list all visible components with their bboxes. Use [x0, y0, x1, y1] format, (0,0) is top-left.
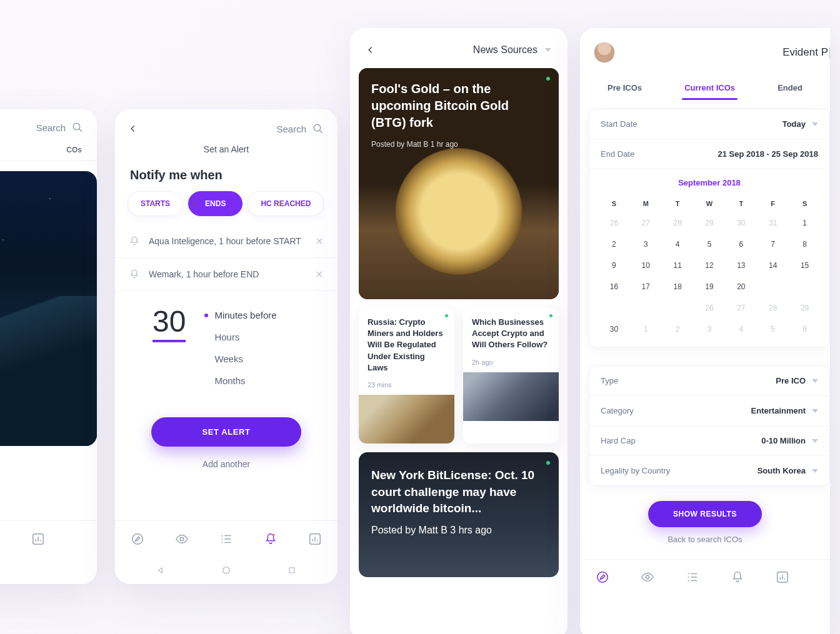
add-another-link[interactable]: Add another [115, 459, 338, 469]
remove-icon[interactable] [315, 270, 324, 279]
tab-partial[interactable]: COs [66, 146, 82, 154]
start-date-row[interactable]: Start Date Today [589, 109, 829, 139]
calendar-day[interactable]: 7 [757, 234, 789, 255]
calendar-day[interactable]: 22 [789, 276, 821, 297]
calendar-day[interactable]: 30 [598, 319, 630, 340]
unit-minutes[interactable]: Minutes before [204, 310, 276, 320]
calendar-day[interactable]: 4 [662, 234, 694, 255]
calendar-day[interactable]: 23 [598, 297, 630, 319]
calendar-day[interactable]: 31 [757, 212, 789, 234]
calendar-day[interactable]: 8 [789, 234, 821, 255]
tab-current-icos[interactable]: Current ICOs [682, 78, 738, 100]
calendar-day[interactable]: 21 [757, 276, 789, 297]
search-input[interactable]: Evident P [782, 46, 830, 59]
calendar-day[interactable]: 2 [662, 319, 694, 340]
back-icon[interactable] [366, 43, 375, 57]
end-date-row[interactable]: End Date 21 Sep 2018 - 25 Sep 2018 [589, 139, 829, 169]
svg-marker-32 [812, 122, 818, 126]
show-results-button[interactable]: SHOW RESULTS [648, 501, 762, 527]
calendar-day[interactable]: 26 [598, 212, 630, 234]
calendar-day[interactable]: 29 [789, 297, 821, 319]
calendar-day[interactable]: 25 [662, 297, 694, 319]
stats-tab-icon[interactable] [308, 532, 322, 546]
filter-row[interactable]: Hard Cap0-10 Million [589, 426, 829, 456]
news-sources-dropdown[interactable]: News Sources [473, 44, 551, 56]
calendar-day[interactable]: 14 [757, 255, 789, 276]
tab-ended[interactable]: Ended [775, 78, 805, 100]
explore-tab-icon[interactable] [596, 570, 609, 584]
home-circle-icon[interactable] [221, 565, 231, 575]
calendar-day[interactable]: 1 [630, 319, 662, 340]
calendar-day[interactable]: 3 [694, 319, 726, 340]
search-icon[interactable] [312, 123, 324, 134]
svg-marker-15 [135, 537, 139, 541]
stats-tab-icon[interactable] [31, 532, 45, 546]
watch-tab-icon[interactable] [175, 532, 189, 546]
calendar-day[interactable]: 3 [630, 234, 662, 255]
calendar-day[interactable]: 24 [630, 297, 662, 319]
remove-icon[interactable] [315, 237, 324, 245]
calendar-day[interactable]: 28 [757, 297, 789, 319]
calendar-day[interactable]: 27 [725, 297, 757, 319]
calendar-day[interactable]: 10 [630, 255, 662, 276]
time-value[interactable]: 30 [152, 306, 186, 342]
calendar-day[interactable]: 29 [694, 212, 726, 234]
calendar-day[interactable]: 18 [662, 276, 694, 297]
featured-ico-card[interactable]: RK g independent notos directly volved. [0, 171, 97, 446]
filter-row[interactable]: Legality by CountrySouth Korea [589, 456, 829, 485]
chevron-down-icon [812, 438, 818, 443]
search-label[interactable]: Search [36, 122, 66, 133]
pill-hc-reached[interactable]: HC REACHED [248, 191, 324, 216]
article-card[interactable]: Which Businesses Accept Crypto and Will … [463, 308, 559, 443]
calendar-day[interactable]: 27 [630, 212, 662, 234]
watch-tab-icon[interactable] [641, 570, 654, 584]
calendar-day[interactable]: 1 [789, 212, 821, 234]
calendar-day[interactable]: 17 [630, 276, 662, 297]
calendar-day[interactable]: 11 [662, 255, 694, 276]
calendar-day[interactable]: 28 [662, 212, 694, 234]
pill-starts[interactable]: STARTS [128, 191, 183, 216]
alerts-tab-icon[interactable] [264, 532, 278, 546]
unit-months[interactable]: Months [204, 375, 276, 386]
featured-article[interactable]: Fool's Gold – on the upcoming Bitcoin Go… [359, 68, 559, 299]
calendar-day[interactable]: 5 [694, 234, 726, 255]
article-card[interactable]: Russia: Crypto Miners and Holders Will B… [359, 308, 454, 443]
calendar-day[interactable]: 16 [598, 276, 630, 297]
featured-article[interactable]: New York BitLicense: Oct. 10 court chall… [359, 452, 559, 577]
list-tab-icon[interactable] [219, 532, 233, 546]
svg-marker-38 [600, 575, 604, 579]
explore-tab-icon[interactable] [131, 532, 144, 546]
filter-row[interactable]: TypePre ICO [589, 366, 829, 396]
filter-row[interactable]: CategoryEntertainment [589, 396, 829, 426]
set-alert-button[interactable]: SET ALERT [151, 417, 301, 447]
tab-pre-icos[interactable]: Pre ICOs [605, 78, 644, 100]
calendar-day[interactable]: 26 [694, 297, 726, 319]
calendar-day[interactable]: 5 [757, 319, 789, 340]
search-icon[interactable] [72, 122, 83, 133]
pill-ends[interactable]: ENDS [188, 191, 242, 216]
calendar-day[interactable]: 13 [725, 255, 757, 276]
calendar-day[interactable]: 30 [725, 212, 757, 234]
calendar-dow: W [694, 195, 726, 212]
unit-weeks[interactable]: Weeks [204, 354, 276, 364]
calendar-day[interactable]: 19 [694, 276, 726, 297]
alerts-tab-icon[interactable] [731, 570, 744, 584]
back-triangle-icon[interactable] [156, 566, 165, 575]
calendar-day[interactable]: 12 [694, 255, 726, 276]
back-to-search-link[interactable]: Back to search ICOs [580, 535, 830, 544]
search-label[interactable]: Search [276, 124, 306, 134]
calendar-day[interactable]: 4 [725, 319, 757, 340]
unit-hours[interactable]: Hours [204, 332, 276, 342]
calendar-day[interactable]: 2 [598, 234, 630, 255]
calendar-day[interactable]: 20 [725, 276, 757, 297]
list-tab-icon[interactable] [686, 570, 699, 584]
square-icon[interactable] [288, 566, 296, 575]
filter-label: Hard Cap [601, 436, 636, 445]
calendar-day[interactable]: 15 [789, 255, 821, 276]
back-icon[interactable] [129, 122, 138, 136]
calendar-day[interactable]: 9 [598, 255, 630, 276]
calendar-day[interactable]: 6 [725, 234, 757, 255]
stats-tab-icon[interactable] [776, 570, 789, 584]
avatar[interactable] [594, 42, 615, 63]
calendar-day[interactable]: 6 [789, 319, 821, 340]
